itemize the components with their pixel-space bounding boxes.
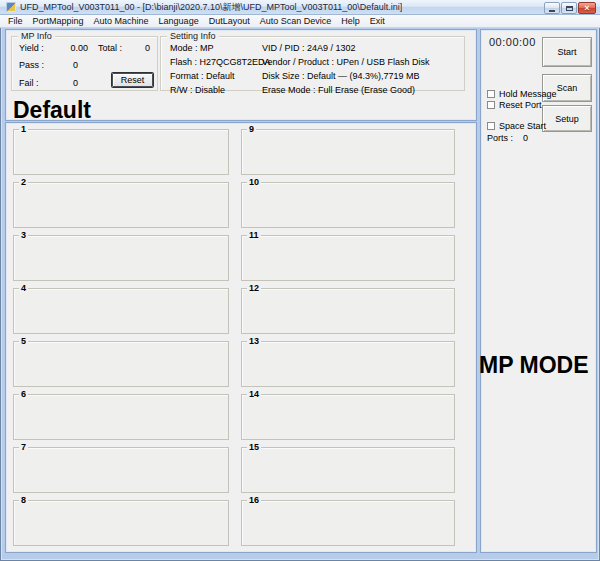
checkbox-icon: [487, 122, 495, 130]
port-box: 7: [13, 447, 229, 493]
titlebar[interactable]: UFD_MPTool_V003T011_00 - [D:\bianji\2020…: [0, 0, 600, 15]
app-icon: [6, 2, 16, 12]
port-number: 14: [247, 390, 261, 399]
mp-info-group: MP Info Yield : 0.00 Total : 0 Pass : 0 …: [11, 36, 158, 91]
port-box: 10: [241, 182, 455, 228]
port-box: 14: [241, 394, 455, 440]
window-title: UFD_MPTool_V003T011_00 - [D:\bianji\2020…: [20, 1, 402, 14]
minimize-icon: [549, 10, 555, 12]
control-panel: 00:00:00 Start Scan Setup Hold Message R…: [480, 29, 597, 553]
profile-name: Default: [13, 99, 91, 122]
port-box: 11: [241, 235, 455, 281]
setting-info-group: Setting Info Mode : MP Flash : H27QCG8T2…: [160, 36, 465, 91]
port-box: 9: [241, 129, 455, 175]
menu-item-auto-scan-device[interactable]: Auto Scan Device: [255, 15, 337, 27]
disk-size-value: Disk Size : Default — (94.3%),7719 MB: [262, 69, 430, 83]
format-value: Format : Default: [170, 69, 271, 83]
port-number: 15: [247, 443, 261, 452]
port-number: 6: [19, 390, 28, 399]
pass-label: Pass :: [19, 60, 44, 70]
port-number: 7: [19, 443, 28, 452]
port-number: 5: [19, 337, 28, 346]
total-label: Total :: [98, 43, 122, 53]
fail-value: 0: [62, 78, 78, 88]
close-button[interactable]: ×: [578, 2, 596, 14]
client-area: MP Info Yield : 0.00 Total : 0 Pass : 0 …: [4, 28, 596, 557]
setting-info-title: Setting Info: [167, 31, 219, 41]
port-number: 8: [19, 496, 28, 505]
port-number: 12: [247, 284, 261, 293]
checkbox-label: Hold Message: [499, 89, 557, 99]
port-box: 8: [13, 500, 229, 546]
port-box: 3: [13, 235, 229, 281]
menu-item-file[interactable]: File: [3, 15, 28, 27]
setup-button[interactable]: Setup: [542, 105, 592, 132]
port-box: 6: [13, 394, 229, 440]
vid-pid-value: VID / PID : 24A9 / 1302: [262, 41, 430, 55]
menu-item-portmapping[interactable]: PortMapping: [28, 15, 89, 27]
checkbox-space-start[interactable]: Space Start: [487, 121, 546, 131]
ports-count: 0: [523, 133, 528, 143]
flash-value: Flash : H27QCG8T2EDA: [170, 55, 271, 69]
port-box: 13: [241, 341, 455, 387]
menu-item-exit[interactable]: Exit: [365, 15, 390, 27]
menubar: File PortMapping Auto Machine Language D…: [0, 15, 600, 28]
port-box: 5: [13, 341, 229, 387]
pass-value: 0: [62, 60, 78, 70]
start-button[interactable]: Start: [542, 37, 592, 67]
menu-item-dutlayout[interactable]: DutLayout: [204, 15, 255, 27]
mode-banner: MP MODE: [479, 354, 588, 377]
mode-value: Mode : MP: [170, 41, 271, 55]
ports-label: Ports :: [487, 133, 513, 143]
port-grid: 1 2 3 4 5 6 7 8 9 10 11 12 13 14 15 16: [13, 129, 455, 546]
reset-button[interactable]: Reset: [112, 73, 153, 87]
port-number: 10: [247, 178, 261, 187]
maximize-icon: [566, 6, 573, 11]
info-panel: MP Info Yield : 0.00 Total : 0 Pass : 0 …: [5, 29, 477, 121]
port-number: 2: [19, 178, 28, 187]
total-value: 0: [145, 43, 150, 53]
port-number: 1: [19, 125, 28, 134]
port-box: 1: [13, 129, 229, 175]
port-number: 3: [19, 231, 28, 240]
maximize-button[interactable]: [561, 2, 577, 14]
close-icon: ×: [584, 4, 589, 13]
caption-buttons: ×: [544, 2, 596, 14]
mp-info-title: MP Info: [18, 31, 55, 41]
vendor-product-value: Vendor / Product : UPen / USB Flash Disk: [262, 55, 430, 69]
port-box: 12: [241, 288, 455, 334]
port-box: 15: [241, 447, 455, 493]
yield-label: Yield :: [19, 43, 44, 53]
checkbox-hold-message[interactable]: Hold Message: [487, 89, 557, 99]
checkbox-icon: [487, 101, 495, 109]
port-number: 4: [19, 284, 28, 293]
checkbox-reset-port[interactable]: Reset Port: [487, 100, 542, 110]
port-number: 16: [247, 496, 261, 505]
checkbox-label: Reset Port: [499, 100, 542, 110]
yield-value: 0.00: [62, 43, 88, 53]
port-box: 16: [241, 500, 455, 546]
port-box: 2: [13, 182, 229, 228]
app-window: UFD_MPTool_V003T011_00 - [D:\bianji\2020…: [0, 0, 600, 561]
ports-count-row: Ports :0: [487, 133, 528, 143]
port-box: 4: [13, 288, 229, 334]
minimize-button[interactable]: [544, 2, 560, 14]
menu-item-help[interactable]: Help: [336, 15, 365, 27]
port-number: 11: [247, 231, 261, 240]
setting-info-col2: VID / PID : 24A9 / 1302 Vendor / Product…: [262, 41, 430, 97]
port-grid-panel: 1 2 3 4 5 6 7 8 9 10 11 12 13 14 15 16: [5, 122, 477, 553]
setting-info-col1: Mode : MP Flash : H27QCG8T2EDA Format : …: [170, 41, 271, 97]
menu-item-auto-machine[interactable]: Auto Machine: [89, 15, 154, 27]
erase-mode-value: Erase Mode : Full Erase (Erase Good): [262, 83, 430, 97]
timer-display: 00:00:00: [489, 36, 536, 48]
checkbox-label: Space Start: [499, 121, 546, 131]
checkbox-icon: [487, 90, 495, 98]
rw-value: R/W : Disable: [170, 83, 271, 97]
fail-label: Fail :: [19, 78, 39, 88]
port-number: 13: [247, 337, 261, 346]
port-number: 9: [247, 125, 256, 134]
menu-item-language[interactable]: Language: [154, 15, 204, 27]
